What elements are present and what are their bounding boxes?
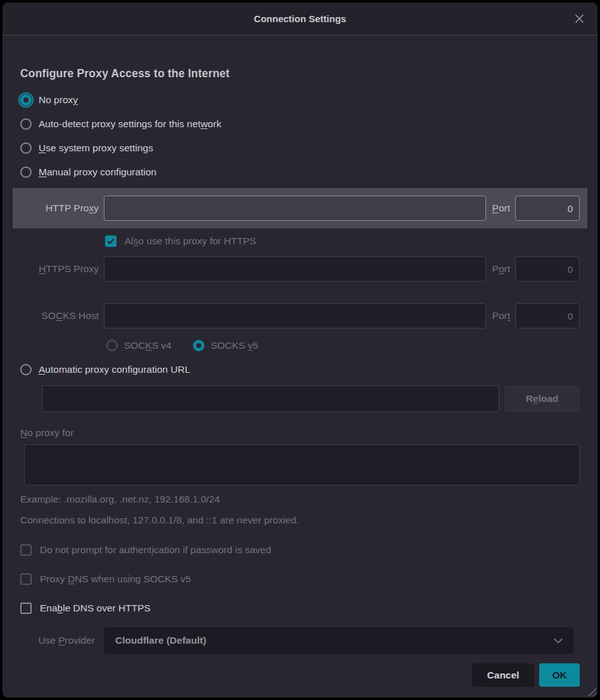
radio-use-system-label: Use system proxy settings (39, 142, 153, 154)
automatic-url-input[interactable] (42, 385, 499, 412)
radio-socks-v5[interactable]: SOCKS v5 (193, 340, 258, 351)
checkbox-no-auth-prompt-label: Do not prompt for authentication if pass… (40, 544, 271, 556)
checkbox-no-auth-prompt[interactable]: Do not prompt for authentication if pass… (20, 539, 580, 561)
checkbox-icon (20, 603, 32, 614)
checkbox-enable-doh[interactable]: Enable DNS over HTTPS (20, 597, 580, 620)
https-proxy-row: HTTPS Proxy Port (20, 256, 580, 282)
provider-row: Use Provider Cloudflare (Default) (20, 627, 580, 654)
cancel-button[interactable]: Cancel (472, 663, 534, 687)
ok-button[interactable]: OK (539, 663, 580, 687)
https-proxy-input[interactable] (104, 256, 486, 282)
localhost-note-text: Connections to localhost, 127.0.0.1/8, a… (20, 515, 580, 526)
radio-socks-v4[interactable]: SOCKS v4 (106, 340, 172, 351)
socks-version-row: SOCKS v4 SOCKS v5 (106, 334, 580, 358)
checkbox-icon (20, 544, 32, 556)
use-provider-label: Use Provider (20, 635, 104, 646)
radio-no-proxy[interactable]: No proxy (20, 88, 580, 112)
http-proxy-row: HTTP Proxy Port (20, 196, 580, 221)
radio-icon (106, 340, 118, 351)
radio-manual-proxy-label: Manual proxy configuration (39, 166, 156, 178)
radio-auto-detect-label: Auto-detect proxy settings for this netw… (39, 118, 222, 130)
socks-host-row: SOCKS Host Port (20, 303, 580, 328)
dialog-footer: Cancel OK (20, 663, 580, 687)
socks-port-label: Port (492, 310, 510, 322)
dialog-title: Connection Settings (254, 13, 346, 24)
checkbox-also-https[interactable]: Also use this proxy for HTTPS (105, 230, 580, 253)
http-proxy-input[interactable] (104, 196, 486, 221)
dialog-titlebar: Connection Settings (3, 3, 597, 35)
page-title: Configure Proxy Access to the Internet (20, 67, 580, 80)
automatic-url-row: Reload (42, 385, 580, 412)
radio-icon (20, 118, 32, 130)
socks-host-label: SOCKS Host (20, 310, 104, 322)
checkbox-icon (20, 573, 32, 585)
no-proxy-for-textarea[interactable] (24, 444, 580, 485)
close-icon[interactable] (572, 3, 587, 35)
radio-selected-icon (193, 340, 204, 351)
checkbox-proxy-dns[interactable]: Proxy DNS when using SOCKS v5 (20, 568, 580, 591)
checkbox-enable-doh-label: Enable DNS over HTTPS (40, 603, 151, 614)
radio-automatic-url-label: Automatic proxy configuration URL (39, 364, 191, 375)
dialog-content: Configure Proxy Access to the Internet N… (3, 67, 597, 697)
radio-manual-proxy[interactable]: Manual proxy configuration (20, 160, 580, 184)
radio-icon (20, 166, 32, 178)
https-proxy-label: HTTPS Proxy (20, 263, 104, 275)
socks-host-input[interactable] (104, 303, 486, 328)
http-port-label: Port (492, 203, 510, 214)
provider-dropdown[interactable]: Cloudflare (Default) (104, 627, 573, 654)
checkbox-also-https-label: Also use this proxy for HTTPS (125, 235, 256, 247)
reload-button[interactable]: Reload (504, 385, 580, 412)
http-proxy-row-highlight: HTTP Proxy Port (13, 188, 587, 228)
https-port-input[interactable] (515, 256, 580, 282)
chevron-down-icon (553, 638, 563, 644)
radio-auto-detect[interactable]: Auto-detect proxy settings for this netw… (20, 112, 580, 136)
https-port-label: Port (492, 263, 510, 275)
example-text: Example: .mozilla.org, .net.nz, 192.168.… (20, 494, 580, 505)
http-port-input[interactable] (515, 196, 580, 221)
checkbox-checked-icon (105, 235, 116, 247)
radio-selected-icon (20, 94, 32, 106)
radio-icon (20, 364, 32, 375)
radio-use-system[interactable]: Use system proxy settings (20, 136, 580, 160)
radio-no-proxy-label: No proxy (39, 94, 78, 106)
socks-port-input[interactable] (515, 303, 580, 328)
radio-socks-v5-label: SOCKS v5 (211, 340, 258, 351)
radio-socks-v4-label: SOCKS v4 (124, 340, 172, 351)
connection-settings-dialog: Connection Settings Configure Proxy Acce… (3, 3, 597, 697)
radio-icon (20, 142, 32, 154)
checkbox-proxy-dns-label: Proxy DNS when using SOCKS v5 (40, 573, 191, 585)
provider-dropdown-value: Cloudflare (Default) (115, 635, 206, 646)
radio-automatic-url[interactable]: Automatic proxy configuration URL (20, 358, 580, 382)
no-proxy-for-label: No proxy for (20, 427, 580, 439)
http-proxy-label: HTTP Proxy (20, 203, 104, 214)
